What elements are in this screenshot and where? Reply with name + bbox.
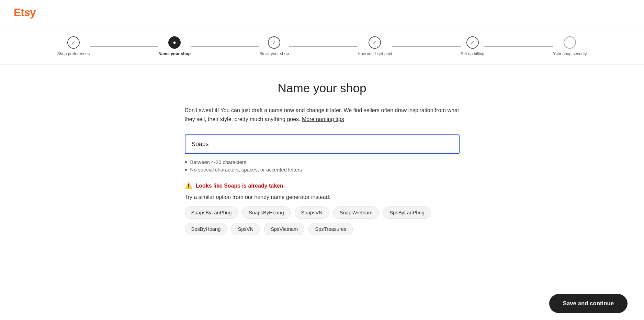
similar-label: Try a similar option from our handy name…: [185, 194, 460, 200]
step-connector-2: [191, 46, 259, 47]
progress-section: Shop preferences ● Name your shop Stock …: [0, 25, 644, 65]
description-text: Don't sweat it! You can just draft a nam…: [185, 106, 460, 123]
step-label-set-up-billing: Set up billing: [461, 51, 485, 56]
step-your-shop-security: Your shop security: [553, 36, 587, 56]
checkmark-icon: [71, 40, 76, 45]
step-circle-name-your-shop: ●: [168, 36, 181, 49]
step-wrapper-5: Set up billing: [461, 36, 553, 56]
step-connector-5: [484, 46, 553, 47]
step-label-your-shop-security: Your shop security: [553, 51, 587, 56]
checkmark-icon-2: [272, 40, 276, 45]
step-label-shop-preferences: Shop preferences: [57, 51, 90, 56]
step-wrapper-3: Stock your shop: [259, 36, 358, 56]
active-step-dot: ●: [173, 39, 176, 46]
req-dot-2: [185, 169, 187, 171]
step-shop-preferences: Shop preferences: [57, 36, 90, 56]
step-wrapper-4: How you'll get paid: [358, 36, 461, 56]
page-title: Name your shop: [185, 81, 460, 95]
step-wrapper-2: ● Name your shop: [158, 36, 259, 56]
progress-bar: Shop preferences ● Name your shop Stock …: [21, 36, 623, 56]
shop-name-input-wrapper: [185, 134, 460, 154]
suggestion-chip-2[interactable]: SoapsVN: [295, 206, 329, 219]
requirement-2-text: No special characters, spaces, or accent…: [190, 167, 302, 173]
step-wrapper-1: Shop preferences: [57, 36, 158, 56]
suggestion-chip-1[interactable]: SoapsByHoang: [242, 206, 290, 219]
suggestion-chip-0[interactable]: SoapsByLanPhng: [185, 206, 238, 219]
step-circle-set-up-billing: [466, 36, 479, 49]
step-label-how-youll-get-paid: How you'll get paid: [358, 51, 392, 56]
checkmark-icon-4: [471, 40, 475, 45]
step-circle-your-shop-security: [564, 36, 576, 49]
suggestion-chip-6[interactable]: SpsVN: [231, 223, 260, 235]
suggestion-row-2: SpsByHoang SpsVN SpsVietnam SpsTreasures: [185, 223, 460, 235]
suggestion-chip-3[interactable]: SoapsVietnam: [333, 206, 379, 219]
requirements-list: Between 4-20 characters No special chara…: [185, 159, 460, 173]
step-label-name-your-shop: Name your shop: [158, 51, 191, 56]
requirement-2: No special characters, spaces, or accent…: [185, 167, 460, 173]
checkmark-icon-3: [373, 40, 377, 45]
error-text: Looks like Soaps is already taken.: [196, 183, 285, 189]
main-content: Name your shop Don't sweat it! You can j…: [171, 65, 473, 256]
warning-icon: ⚠️: [185, 182, 192, 189]
step-connector-4: [392, 46, 461, 47]
step-connector-1: [90, 46, 158, 47]
error-message: ⚠️ Looks like Soaps is already taken.: [185, 182, 460, 189]
requirement-1-text: Between 4-20 characters: [190, 159, 247, 165]
suggestion-chip-7[interactable]: SpsVietnam: [264, 223, 304, 235]
step-circle-how-youll-get-paid: [369, 36, 381, 49]
suggestion-chip-5[interactable]: SpsByHoang: [185, 223, 227, 235]
step-name-your-shop: ● Name your shop: [158, 36, 191, 56]
step-stock-your-shop: Stock your shop: [259, 36, 289, 56]
req-dot-1: [185, 161, 187, 163]
step-label-stock-your-shop: Stock your shop: [259, 51, 289, 56]
suggestion-row-1: SoapsByLanPhng SoapsByHoang SoapsVN Soap…: [185, 206, 460, 219]
step-connector-3: [289, 46, 358, 47]
shop-name-input[interactable]: [185, 134, 460, 154]
step-circle-stock-your-shop: [268, 36, 280, 49]
suggestion-chip-4[interactable]: SpsByLanPhng: [383, 206, 431, 219]
step-set-up-billing: Set up billing: [461, 36, 485, 56]
header: Etsy: [0, 0, 644, 25]
requirement-1: Between 4-20 characters: [185, 159, 460, 165]
step-circle-shop-preferences: [67, 36, 80, 49]
etsy-logo[interactable]: Etsy: [14, 6, 36, 19]
more-naming-tips-link[interactable]: More naming tips: [302, 116, 344, 122]
step-how-youll-get-paid: How you'll get paid: [358, 36, 392, 56]
step-wrapper-6: Your shop security: [553, 36, 587, 56]
suggestion-chip-8[interactable]: SpsTreasures: [308, 223, 353, 235]
